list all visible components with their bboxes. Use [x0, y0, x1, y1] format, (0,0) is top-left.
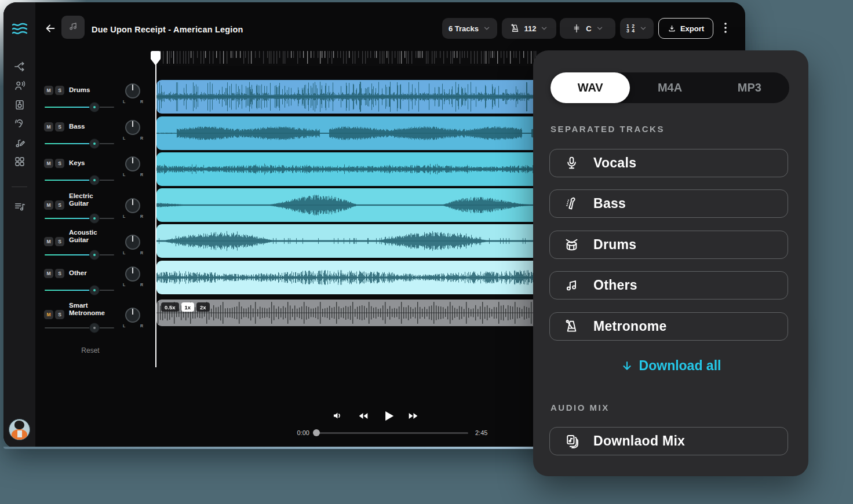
seek-track: [314, 432, 468, 434]
export-panel: WAVM4AMP3 SEPARATED TRACKS VocalsBassDru…: [533, 50, 808, 476]
mute-button[interactable]: M: [44, 159, 53, 168]
mute-solo-group: MS: [44, 200, 64, 210]
mute-button[interactable]: M: [44, 86, 53, 95]
avatar[interactable]: [9, 419, 30, 440]
mute-solo-group: MS: [44, 269, 64, 278]
music-notes-icon: [564, 277, 579, 293]
mute-button[interactable]: M: [44, 237, 53, 246]
stem-button-metronome[interactable]: Metronome: [549, 312, 788, 341]
seek-thumb[interactable]: [313, 429, 320, 436]
song-artwork-tile: [61, 16, 85, 39]
waveform-lane-smart-metronome[interactable]: [156, 300, 539, 326]
solo-button[interactable]: S: [55, 159, 64, 168]
volume-fill: [45, 254, 94, 255]
solo-button[interactable]: S: [55, 86, 64, 95]
timeline-ruler[interactable]: [156, 51, 539, 66]
pan-knob[interactable]: [125, 266, 140, 282]
ear-icon[interactable]: [13, 118, 26, 130]
back-button[interactable]: [44, 22, 57, 35]
apps-grid-icon[interactable]: [13, 155, 26, 168]
solo-button[interactable]: S: [55, 237, 64, 246]
waveform-lane-keys[interactable]: [156, 152, 539, 186]
solo-button[interactable]: S: [55, 122, 64, 132]
setlist-icon[interactable]: [13, 200, 26, 213]
mute-button[interactable]: M: [44, 269, 53, 278]
waveform-lane-acoustic-guitar[interactable]: [156, 224, 539, 258]
waveform-canvas: [156, 261, 539, 294]
format-tab-mp3[interactable]: MP3: [710, 72, 789, 103]
waveform-lane-bass[interactable]: [156, 116, 539, 150]
bpm-dropdown[interactable]: 112: [502, 18, 556, 39]
metronome-speed-1x[interactable]: 1x: [181, 302, 195, 312]
track-name: Drums: [69, 86, 90, 94]
track-row-bass: MSBassLR: [41, 114, 146, 149]
waveform-lane-electric-guitar[interactable]: [156, 188, 539, 222]
volume-button[interactable]: [331, 410, 344, 422]
export-label: Export: [680, 24, 704, 33]
download-mix-button[interactable]: Downlaod Mix: [549, 427, 788, 455]
pan-knob[interactable]: [125, 120, 140, 135]
mute-button[interactable]: M: [44, 310, 53, 319]
format-tabs: WAVM4AMP3: [551, 72, 789, 103]
stem-button-drums[interactable]: Drums: [549, 231, 788, 259]
format-tab-m4a[interactable]: M4A: [630, 72, 709, 103]
download-all-link[interactable]: Download all: [533, 358, 808, 374]
export-button[interactable]: Export: [658, 18, 713, 39]
waveform-canvas: [156, 188, 539, 222]
track-row-drums: MSDrumsLR: [41, 78, 146, 112]
stem-button-others[interactable]: Others: [549, 271, 788, 300]
kebab-menu-icon[interactable]: [721, 21, 730, 34]
pan-knob[interactable]: [125, 308, 140, 323]
mute-button[interactable]: M: [44, 200, 53, 210]
mixer-reset-button[interactable]: Reset: [66, 346, 115, 355]
fast-forward-button[interactable]: [407, 410, 420, 422]
music-note-file-icon: [67, 20, 79, 34]
volume-thumb[interactable]: [90, 250, 99, 260]
pan-right-label: R: [140, 324, 143, 328]
mute-button[interactable]: M: [44, 122, 53, 132]
pan-knob[interactable]: [125, 83, 140, 98]
play-button[interactable]: [381, 408, 396, 423]
key-dropdown[interactable]: C: [560, 18, 615, 39]
volume-thumb[interactable]: [90, 323, 99, 333]
solo-button[interactable]: S: [55, 200, 64, 210]
volume-thumb[interactable]: [90, 103, 99, 112]
stem-button-vocals[interactable]: Vocals: [549, 149, 788, 177]
waveform-canvas: [156, 300, 539, 326]
stem-button-bass[interactable]: Bass: [549, 189, 788, 218]
waveform-lane-other[interactable]: [156, 261, 539, 294]
track-row-electric-guitar: MSElectric GuitarLR: [41, 188, 146, 222]
solo-button[interactable]: S: [55, 310, 64, 319]
pan-knob[interactable]: [125, 198, 140, 213]
app-logo-icon[interactable]: [12, 21, 28, 36]
waveform-canvas: [156, 80, 539, 114]
metronome-speed-0.5x[interactable]: 0.5x: [161, 302, 179, 312]
volume-thumb[interactable]: [90, 176, 99, 185]
metronome-icon: [564, 319, 579, 334]
volume-thumb[interactable]: [90, 286, 99, 295]
waveform-lane-drums[interactable]: [156, 80, 539, 114]
pan-right-label: R: [140, 283, 143, 287]
volume-slider[interactable]: [45, 139, 114, 148]
amp-speaker-icon[interactable]: [13, 98, 26, 111]
rewind-button[interactable]: [357, 410, 370, 422]
volume-slider[interactable]: [45, 103, 114, 112]
volume-slider[interactable]: [45, 250, 114, 260]
volume-thumb[interactable]: [90, 139, 99, 148]
tracks-dropdown[interactable]: 6 Tracks: [442, 18, 497, 39]
volume-slider[interactable]: [45, 323, 114, 333]
volume-slider[interactable]: [45, 214, 114, 223]
pan-knob[interactable]: [125, 235, 140, 250]
pan-knob[interactable]: [125, 156, 140, 171]
voice-icon[interactable]: [13, 79, 26, 92]
volume-slider[interactable]: [45, 286, 114, 295]
time-signature-dropdown[interactable]: 1 2 3 4: [620, 18, 654, 39]
seek-bar[interactable]: [314, 429, 468, 437]
solo-button[interactable]: S: [55, 269, 64, 278]
format-tab-wav[interactable]: WAV: [551, 72, 630, 103]
volume-slider[interactable]: [45, 176, 114, 185]
volume-thumb[interactable]: [90, 214, 99, 223]
split-tracks-icon[interactable]: [13, 60, 26, 73]
note-edit-icon[interactable]: [13, 137, 26, 149]
metronome-speed-2x[interactable]: 2x: [196, 302, 210, 312]
